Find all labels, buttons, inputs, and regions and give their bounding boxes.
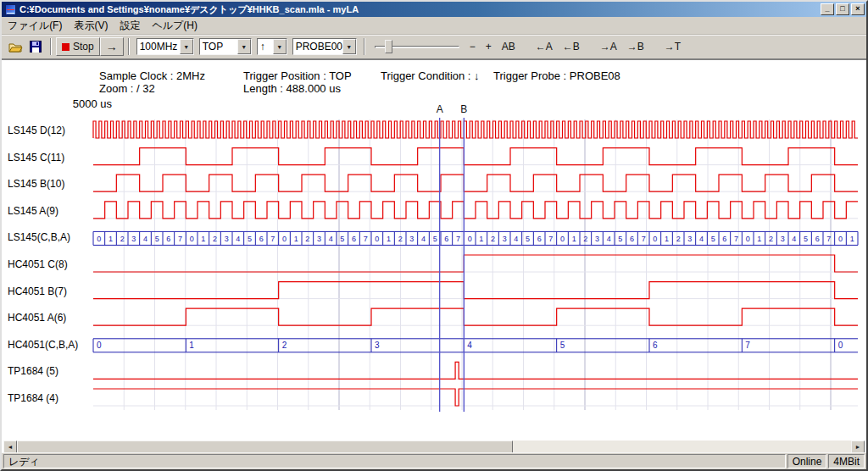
waveform-panel: Sample Clock : 2MHz Trigger Position : T… [2, 59, 866, 456]
menu-help[interactable]: ヘルプ(H) [146, 17, 203, 35]
menu-bar: ファイル(F) 表示(V) 設定 ヘルプ(H) [2, 17, 866, 35]
chevron-down-icon[interactable]: ▼ [237, 39, 251, 54]
sample-clock-select[interactable]: 100MHz ▼ [136, 38, 194, 55]
floppy-disk-icon [30, 41, 42, 53]
channel-label[interactable]: LS145 B(10) [8, 178, 64, 191]
channel-label[interactable]: LS145 C(11) [8, 152, 64, 164]
channel-label[interactable]: TP1684 (5) [8, 365, 58, 378]
sample-clock-value: 100MHz [137, 41, 180, 53]
toolbar: Stop → 100MHz ▼ TOP ▼ ↑ ▼ PROBE00 ▼ − + … [2, 35, 866, 59]
channel-label[interactable]: HC4051 C(8) [8, 258, 68, 271]
stop-icon [62, 43, 70, 51]
goto-b-right-button[interactable]: →B [622, 38, 649, 55]
channel-label-column: LS145 D(12)LS145 C(11)LS145 B(10)LS145 A… [2, 60, 866, 456]
toolbar-separator [364, 38, 365, 55]
menu-file[interactable]: ファイル(F) [2, 17, 68, 35]
scroll-left-button[interactable]: ◄ [3, 441, 17, 453]
goto-a-right-button[interactable]: →A [595, 38, 622, 55]
zoom-slider-thumb[interactable] [385, 40, 392, 53]
scroll-right-button[interactable]: ► [851, 441, 865, 453]
app-window: C:¥Documents and Settings¥noname¥デスクトップ¥… [0, 0, 868, 471]
zoom-slider[interactable] [375, 37, 459, 56]
run-arrow-icon: → [106, 40, 118, 53]
zoom-out-button[interactable]: − [465, 38, 481, 55]
channel-label[interactable]: LS145 D(12) [8, 125, 65, 137]
channel-label[interactable]: LS145 A(9) [8, 205, 58, 218]
ab-span-button[interactable]: AB [497, 38, 520, 55]
app-icon [5, 4, 16, 15]
save-button[interactable] [25, 37, 46, 56]
open-button[interactable] [5, 37, 25, 56]
trigger-edge-select[interactable]: ↑ ▼ [257, 38, 287, 55]
goto-a-left-button[interactable]: ←A [531, 38, 558, 55]
zoom-in-button[interactable]: + [481, 38, 497, 55]
channel-label[interactable]: LS145(C,B,A) [8, 231, 70, 244]
toolbar-separator [50, 38, 52, 55]
open-folder-icon [8, 42, 23, 53]
channel-label[interactable]: TP1684 (4) [8, 392, 58, 405]
stop-button[interactable]: Stop [56, 37, 100, 56]
toolbar-separator [128, 38, 130, 55]
trigger-edge-value: ↑ [258, 41, 273, 53]
stop-button-label: Stop [73, 41, 94, 53]
scrollbar-thumb[interactable] [17, 441, 513, 453]
chevron-down-icon[interactable]: ▼ [342, 39, 356, 54]
trigger-position-select[interactable]: TOP ▼ [199, 38, 252, 55]
status-ready: レディ [3, 454, 786, 468]
menu-view[interactable]: 表示(V) [68, 17, 114, 35]
channel-label[interactable]: HC4051(C,B,A) [8, 339, 78, 352]
trigger-probe-select[interactable]: PROBE00 ▼ [292, 38, 357, 55]
status-memory-badge: 4MBit [828, 454, 865, 468]
minimize-button[interactable]: _ [821, 3, 834, 15]
horizontal-scrollbar[interactable]: ◄ ► [3, 441, 865, 453]
trigger-probe-value: PROBE00 [293, 41, 342, 53]
channel-label[interactable]: HC4051 A(6) [8, 312, 66, 324]
chevron-down-icon[interactable]: ▼ [180, 39, 193, 54]
close-button[interactable]: × [851, 3, 865, 15]
status-bar: レディ Online 4MBit [2, 452, 866, 469]
window-controls: _ □ × [821, 3, 865, 15]
menu-settings[interactable]: 設定 [114, 17, 146, 35]
maximize-button[interactable]: □ [836, 3, 849, 15]
channel-label[interactable]: HC4051 B(7) [8, 285, 67, 298]
run-button[interactable]: → [100, 37, 124, 56]
chevron-down-icon[interactable]: ▼ [273, 39, 287, 54]
goto-b-left-button[interactable]: ←B [558, 38, 585, 55]
window-title: C:¥Documents and Settings¥noname¥デスクトップ¥… [19, 3, 821, 16]
status-online-badge: Online [787, 454, 827, 468]
goto-trigger-button[interactable]: →T [659, 38, 686, 55]
title-bar: C:¥Documents and Settings¥noname¥デスクトップ¥… [2, 2, 866, 17]
trigger-position-value: TOP [200, 41, 237, 53]
